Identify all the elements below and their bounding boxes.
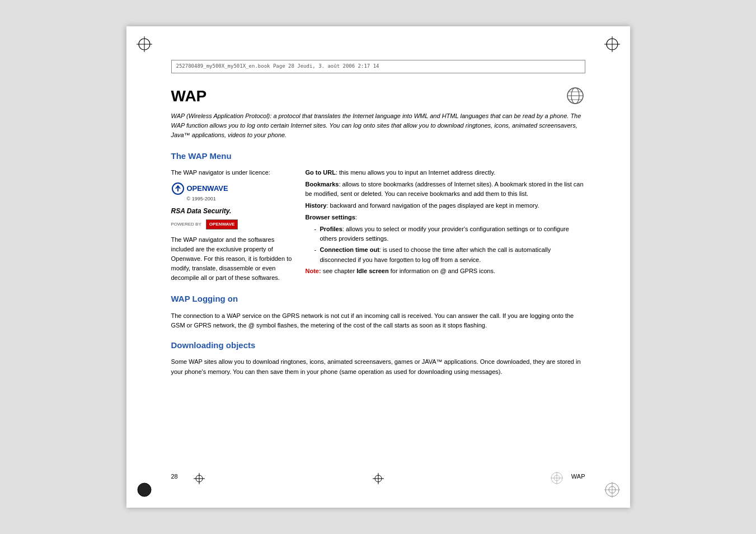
openwave-text: OPENWAVE xyxy=(187,183,228,194)
downloading-heading: Downloading objects xyxy=(171,339,585,352)
powered-by-label: POWERED BY xyxy=(171,221,201,228)
note-label: Note: xyxy=(306,268,321,274)
history-term: History xyxy=(306,202,327,209)
wap-globe-icon xyxy=(565,86,585,106)
openwave-badge: OPENWAVE xyxy=(206,219,238,229)
main-title: WAP xyxy=(171,85,207,108)
connection-timeout-item: Connection time out: is used to choose t… xyxy=(314,245,585,264)
page-container: 252780489_my500X_my501X_en.book Page 28 … xyxy=(126,26,630,508)
wap-menu-left: The WAP navigator is under licence: xyxy=(171,168,294,283)
reg-mark-bl xyxy=(137,482,152,498)
wap-logging-heading: WAP Logging on xyxy=(171,293,585,306)
right-body-text: Go to URL: this menu allows you to input… xyxy=(306,168,585,275)
profiles-item: Profiles: allows you to select or modify… xyxy=(314,224,585,243)
wap-menu-section: The WAP Menu The WAP navigator is under … xyxy=(171,150,585,283)
wap-logging-body: The connection to a WAP service on the G… xyxy=(171,311,585,330)
footer-reg-right xyxy=(551,472,563,486)
openwave-logo-row: OPENWAVE © 1995-2001 xyxy=(171,182,294,203)
under-licence-text: The WAP navigator is under licence: xyxy=(171,168,294,177)
wap-menu-heading: The WAP Menu xyxy=(171,150,585,163)
bookmarks-item: Bookmarks: allows to store bookmarks (ad… xyxy=(306,180,585,199)
reg-mark-tl xyxy=(137,36,152,52)
downloading-body: Some WAP sites allow you to download rin… xyxy=(171,357,585,376)
openwave-logo: OPENWAVE xyxy=(171,182,294,195)
page-content: 252780489_my500X_my501X_en.book Page 28 … xyxy=(171,60,585,377)
go-to-url-item: Go to URL: this menu allows you to input… xyxy=(306,168,585,177)
go-to-url-term: Go to URL xyxy=(306,169,336,176)
page-number: 28 xyxy=(171,473,178,480)
browser-settings-term: Browser settings xyxy=(306,214,355,221)
rsa-logo: RSA Data Security. xyxy=(171,206,294,216)
footer-section-label: WAP xyxy=(571,473,585,480)
note-item: Note: see chapter Idle screen for inform… xyxy=(306,266,585,276)
openwave-copyright: © 1995-2001 xyxy=(187,195,294,203)
footer-reg-center xyxy=(373,473,384,486)
browser-settings-label: Browser settings: xyxy=(306,213,585,222)
left-body-text: The WAP navigator and the softwares incl… xyxy=(171,235,294,283)
wap-logging-section: WAP Logging on The connection to a WAP s… xyxy=(171,293,585,330)
wap-title-row: WAP xyxy=(171,85,585,108)
openwave-symbol-icon xyxy=(171,182,185,195)
footer-reg-left xyxy=(194,473,205,486)
wap-menu-layout: The WAP navigator is under licence: xyxy=(171,168,585,283)
svg-point-6 xyxy=(138,483,151,496)
wap-menu-right: Go to URL: this menu allows you to input… xyxy=(306,168,585,283)
downloading-section: Downloading objects Some WAP sites allow… xyxy=(171,339,585,377)
header-bar-text: 252780489_my500X_my501X_en.book Page 28 … xyxy=(176,63,379,69)
browser-settings-list: Profiles: allows you to select or modify… xyxy=(306,224,585,264)
idle-screen-ref: Idle screen xyxy=(356,268,388,274)
reg-mark-tr xyxy=(604,36,620,52)
powered-by-area: POWERED BY OPENWAVE xyxy=(171,219,294,229)
header-bar: 252780489_my500X_my501X_en.book Page 28 … xyxy=(171,60,585,73)
reg-mark-br xyxy=(604,482,620,498)
intro-text: WAP (Wireless Application Protocol): a p… xyxy=(171,111,585,140)
bookmarks-term: Bookmarks xyxy=(306,181,339,188)
logo-area: OPENWAVE © 1995-2001 RSA Data Security. … xyxy=(171,182,294,230)
history-item: History: backward and forward navigation… xyxy=(306,201,585,210)
